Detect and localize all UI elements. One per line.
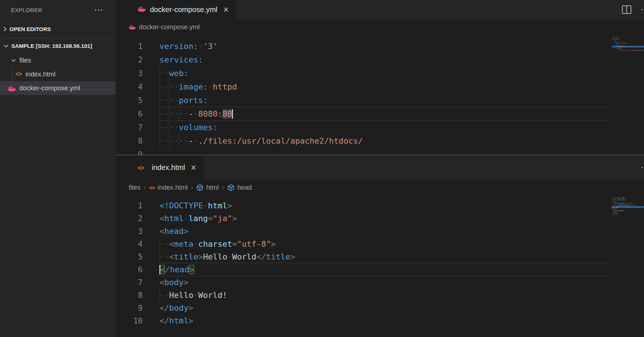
code-token: title (266, 252, 290, 261)
workspace-section[interactable]: SAMPLE [SSH: 192.168.56.101] (0, 38, 116, 53)
code-token: html (164, 214, 184, 223)
more-actions-icon[interactable]: ⋯ (641, 163, 644, 172)
breadcrumb-label: head (237, 184, 252, 192)
code-line-1: 1<!DOCTYPE·html> (116, 199, 610, 212)
code-line-content[interactable]: ··<title>Hello·World</title> (159, 250, 610, 263)
tab-index-html[interactable]: <> index.html × (116, 155, 204, 179)
code-line-10: 10</html> (116, 314, 610, 327)
docker-icon (129, 24, 136, 30)
code-token: ./files:/usr/local/apache2/htdocs/ (198, 136, 363, 145)
editor-group-top: docker-compose.yml × ⋯ docker-compose.ym… (116, 0, 644, 155)
editor-split-sash[interactable] (116, 155, 644, 155)
docker-icon (7, 85, 16, 92)
code-line-content[interactable]: ····image:·httpd (159, 80, 610, 94)
code-line-content[interactable]: ··Hello·World! (159, 289, 610, 302)
line-number: 5 (116, 96, 143, 105)
code-line-content[interactable]: </body> (159, 302, 610, 314)
indent-guide (169, 107, 169, 121)
more-actions-icon[interactable]: ⋯ (94, 5, 103, 14)
tab-docker-compose[interactable]: docker-compose.yml × (116, 0, 237, 19)
code-token: ·· (159, 239, 169, 249)
code-line-content[interactable]: <!DOCTYPE·html> (159, 199, 610, 212)
chevron-down-icon (11, 59, 16, 62)
code-token: · (198, 42, 203, 51)
code-token: Hello (169, 291, 193, 300)
code-line-5: 5····ports: (116, 94, 610, 107)
indent-guide (159, 134, 160, 148)
minimap[interactable]: <!DOCTYPE html><html lang="ja"><head> <m… (612, 197, 644, 215)
code-token: - (188, 136, 193, 145)
code-token: ports: (179, 96, 208, 105)
code-line-content[interactable]: </head> (159, 263, 610, 276)
indent-guide (159, 94, 160, 107)
tree-item-label: docker-compose.yml (19, 84, 80, 92)
indent-guide (159, 238, 160, 250)
code-token: / (165, 265, 170, 274)
line-number: 8 (116, 291, 143, 300)
code-token: · (203, 201, 208, 210)
code-line-content[interactable]: ····ports: (159, 94, 610, 107)
code-token: ······ (159, 136, 188, 145)
code-line-content[interactable]: <html·lang="ja"> (159, 212, 610, 225)
tree-item-index.html[interactable]: <>index.html (0, 67, 116, 81)
breadcrumb-files[interactable]: files (129, 184, 140, 192)
tree-item-docker-compose.yml[interactable]: docker-compose.yml (0, 81, 116, 95)
split-editor-icon[interactable] (622, 5, 632, 14)
breadcrumb-docker-compose.yml[interactable]: docker-compose.yml (129, 23, 200, 31)
code-token: title (174, 252, 198, 261)
code-line-content[interactable]: services: (159, 53, 610, 67)
chevron-right-icon: › (222, 184, 224, 191)
indent-guide (169, 121, 169, 134)
code-token: < (169, 252, 174, 261)
line-number: 4 (116, 83, 143, 91)
open-editors-section[interactable]: OPEN EDITORS (0, 20, 116, 38)
indent-guide (159, 250, 160, 263)
indent-guide (159, 67, 160, 80)
breadcrumbs: files›<>index.html› html› head (116, 179, 644, 196)
tree-item-files[interactable]: files (0, 53, 116, 67)
code-token: > (290, 252, 295, 261)
vscode-window: EXPLORER ⋯ OPEN EDITORS SAMPLE [SSH: 192… (0, 0, 644, 337)
code-token: ·· (159, 252, 169, 261)
code-line-content[interactable]: ····volumes: (159, 121, 610, 134)
code-token: > (232, 214, 237, 223)
editor-group-bottom: <> index.html × ⋯ files›<>index.html› ht… (116, 155, 644, 337)
code-token: - (188, 109, 193, 118)
breadcrumb-index.html[interactable]: <>index.html (149, 184, 188, 192)
code-line-content[interactable]: </html> (159, 314, 610, 327)
indent-guide (159, 289, 160, 302)
close-icon[interactable]: × (223, 5, 229, 14)
code-line-content[interactable]: ······-·8080:80 (159, 107, 610, 121)
breadcrumb-label: docker-compose.yml (139, 23, 200, 31)
file-tree: files<>index.html docker-compose.yml (0, 53, 116, 95)
indent-guide (169, 134, 169, 148)
code-token: < (169, 239, 174, 249)
code-line-content[interactable]: ··<meta·charset="utf-8"> (159, 238, 610, 250)
code-line-content[interactable]: ······-·./files:/usr/local/apache2/htdoc… (159, 134, 610, 148)
code-line-content[interactable]: <head> (159, 225, 610, 238)
code-line-content[interactable] (159, 148, 610, 155)
code-line-content[interactable]: version:·'3' (159, 39, 610, 53)
code-token: html (208, 201, 227, 210)
code-token: 80 (222, 109, 232, 118)
code-line-9: 9 (116, 148, 610, 155)
line-number: 3 (116, 227, 143, 236)
more-actions-icon[interactable]: ⋯ (641, 5, 644, 14)
tab-label: docker-compose.yml (150, 5, 218, 14)
minimap[interactable]: version: '3'services: web: image: httpd … (612, 37, 644, 53)
indent-guide (159, 80, 160, 94)
code-token: <!DOCTYPE (159, 201, 203, 210)
code-line-content[interactable]: <body> (159, 276, 610, 289)
line-number: 7 (116, 278, 143, 287)
minimap-line: </html> (612, 213, 644, 215)
breadcrumb-html[interactable]: html (196, 184, 219, 192)
code-line-2: 2<html·lang="ja"> (116, 212, 610, 225)
line-number: 2 (116, 56, 143, 64)
close-icon[interactable]: × (191, 163, 196, 172)
code-line-content[interactable]: ··web: (159, 67, 610, 80)
indent-guide (169, 94, 169, 107)
code-token: = (232, 239, 237, 249)
workspace-label: SAMPLE [SSH: 192.168.56.101] (11, 43, 92, 49)
breadcrumb-head[interactable]: head (227, 184, 252, 192)
code-token: html (169, 316, 189, 325)
